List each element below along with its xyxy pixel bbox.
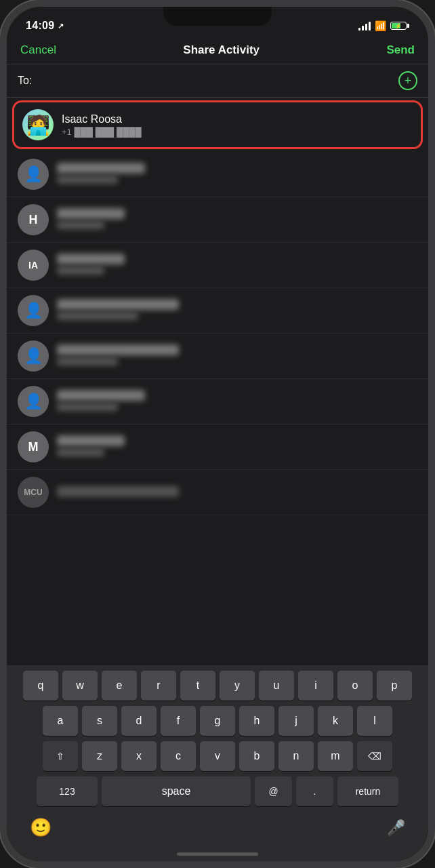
blurred-detail <box>57 357 118 366</box>
keyboard-row-1: q w e r t y u i o p <box>9 671 426 701</box>
blurred-name <box>57 435 125 446</box>
keyboard-row-2: a s d f g h j k l <box>9 706 426 736</box>
avatar: 👤 <box>18 159 49 190</box>
notch <box>163 7 272 26</box>
person-icon: 👤 <box>24 347 43 365</box>
key-e[interactable]: e <box>102 671 137 701</box>
person-icon: 👤 <box>24 302 43 319</box>
person-icon: 👤 <box>24 165 43 183</box>
key-u[interactable]: u <box>259 671 294 701</box>
key-h[interactable]: h <box>239 706 274 736</box>
blurred-name <box>57 163 145 174</box>
blurred-detail <box>57 448 104 456</box>
battery-icon: ⚡ <box>390 22 409 30</box>
list-item[interactable]: 👤 <box>7 288 428 334</box>
list-item[interactable]: MCU <box>7 470 428 515</box>
list-item[interactable]: 👤 <box>7 152 428 197</box>
key-r[interactable]: r <box>141 671 176 701</box>
signal-bar-3 <box>365 24 367 31</box>
add-contact-button[interactable]: + <box>398 71 417 90</box>
list-item[interactable]: H <box>7 197 428 243</box>
key-n[interactable]: n <box>278 741 314 771</box>
blurred-detail <box>57 403 118 411</box>
emoji-button[interactable]: 🙂 <box>30 817 51 838</box>
contact-info <box>57 254 417 277</box>
avatar: H <box>18 204 49 235</box>
signal-bar-4 <box>369 22 371 31</box>
cancel-button[interactable]: Cancel <box>20 43 56 57</box>
status-icons: 📶 ⚡ <box>358 20 409 31</box>
avatar: MCU <box>18 477 49 508</box>
key-t[interactable]: t <box>180 671 215 701</box>
avatar-isaac: 🧑‍💻 <box>22 109 54 140</box>
blurred-detail <box>57 176 118 184</box>
key-at[interactable]: @ <box>255 776 292 806</box>
key-q[interactable]: q <box>23 671 58 701</box>
key-y[interactable]: y <box>220 671 255 701</box>
key-m[interactable]: m <box>318 741 353 771</box>
blurred-name <box>57 486 179 497</box>
key-space[interactable]: space <box>102 776 251 806</box>
key-x[interactable]: x <box>121 741 157 771</box>
list-item[interactable]: M <box>7 425 428 470</box>
contact-info-isaac: Isaac Roosa +1 ███ ███ ████ <box>62 113 413 137</box>
microphone-button[interactable]: 🎤 <box>387 819 405 837</box>
key-c[interactable]: c <box>161 741 196 771</box>
key-v[interactable]: v <box>200 741 235 771</box>
highlighted-contact[interactable]: 🧑‍💻 Isaac Roosa +1 ███ ███ ████ <box>12 100 423 149</box>
contact-info <box>57 486 417 499</box>
phone-inner: 14:09 ↗ 📶 ⚡ <box>7 7 428 861</box>
blurred-name <box>57 208 125 219</box>
contact-info <box>57 390 417 413</box>
wifi-icon: 📶 <box>375 20 386 31</box>
person-icon: 👤 <box>24 393 43 410</box>
contact-info <box>57 435 417 458</box>
key-123[interactable]: 123 <box>37 776 98 806</box>
key-f[interactable]: f <box>161 706 196 736</box>
blurred-name <box>57 390 145 401</box>
list-item[interactable]: IA <box>7 243 428 288</box>
key-z[interactable]: z <box>82 741 117 771</box>
key-a[interactable]: a <box>43 706 78 736</box>
keyboard-bottom-bar: 🙂 🎤 <box>9 812 426 859</box>
key-k[interactable]: k <box>318 706 353 736</box>
keyboard: q w e r t y u i o p a s d f g <box>7 665 428 861</box>
nav-bar: Cancel Share Activity Send <box>7 41 428 64</box>
key-delete[interactable]: ⌫ <box>357 741 392 771</box>
avatar: 👤 <box>18 386 49 417</box>
key-p[interactable]: p <box>377 671 412 701</box>
key-g[interactable]: g <box>200 706 235 736</box>
contact-info <box>57 163 417 186</box>
contact-info <box>57 299 417 322</box>
key-dot[interactable]: . <box>296 776 333 806</box>
key-s[interactable]: s <box>82 706 117 736</box>
key-j[interactable]: j <box>278 706 314 736</box>
signal-bars <box>358 21 371 31</box>
blurred-name <box>57 344 179 355</box>
avatar-emoji-icon: 🧑‍💻 <box>22 109 54 140</box>
list-item[interactable]: 👤 <box>7 379 428 425</box>
key-o[interactable]: o <box>337 671 373 701</box>
blurred-name <box>57 254 125 264</box>
key-d[interactable]: d <box>121 706 157 736</box>
key-return[interactable]: return <box>337 776 398 806</box>
avatar: 👤 <box>18 295 49 326</box>
avatar: M <box>18 431 49 462</box>
location-icon: ↗ <box>58 22 64 31</box>
signal-bar-2 <box>362 26 364 31</box>
signal-bar-1 <box>358 28 360 31</box>
avatar: IA <box>18 250 49 281</box>
key-b[interactable]: b <box>239 741 274 771</box>
blurred-detail <box>57 221 104 229</box>
key-shift[interactable]: ⇧ <box>43 741 78 771</box>
to-input[interactable] <box>37 75 398 87</box>
key-i[interactable]: i <box>298 671 333 701</box>
avatar: 👤 <box>18 340 49 372</box>
send-button[interactable]: Send <box>386 43 415 57</box>
key-w[interactable]: w <box>62 671 98 701</box>
list-item[interactable]: 👤 <box>7 334 428 379</box>
blurred-detail <box>57 267 104 275</box>
key-l[interactable]: l <box>357 706 392 736</box>
contact-name-isaac: Isaac Roosa <box>62 113 413 125</box>
blurred-name <box>57 299 179 310</box>
